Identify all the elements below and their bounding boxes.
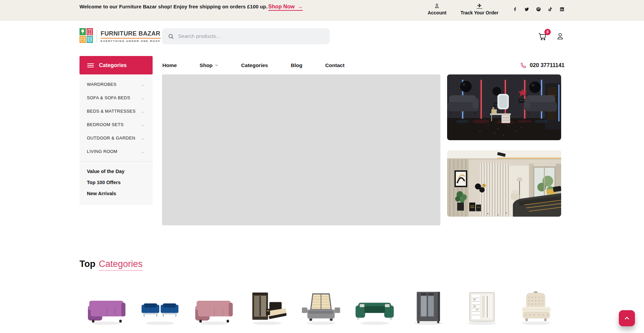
- arrow-right-icon: →: [140, 122, 145, 127]
- category-thumb-wardrobe-graphite[interactable]: [401, 285, 455, 329]
- sidebar-category-list: WARDROBES→SOFA & SOFA BEDS→BEDS & MATTRE…: [79, 74, 153, 161]
- main-content: WARDROBES→SOFA & SOFA BEDS→BEDS & MATTRE…: [0, 74, 644, 225]
- account-button[interactable]: [556, 32, 565, 41]
- logo-rule: [101, 38, 161, 39]
- category-thumb-classic-bed-cream[interactable]: [509, 285, 562, 329]
- sidebar-item-label: LIVING ROOM: [87, 149, 117, 154]
- category-thumb-bedroom-set-dark[interactable]: [240, 285, 294, 329]
- scroll-to-top-button[interactable]: [619, 310, 635, 326]
- cart-button[interactable]: 0: [538, 32, 547, 41]
- chevron-down-icon: [215, 63, 218, 67]
- section-title-accent: Categories: [99, 259, 143, 271]
- sidebar-item-label: BEDROOM SETS: [87, 122, 124, 127]
- category-thumb-corner-sofa-lilac[interactable]: [79, 285, 133, 329]
- category-thumb-u-shape-sofa-green[interactable]: [348, 285, 401, 329]
- categories-menu-button[interactable]: Categories: [79, 56, 153, 74]
- category-thumb-corner-sofa-blush[interactable]: [187, 285, 240, 329]
- track-order-label: Track Your Order: [461, 10, 498, 15]
- section-title-bold: Top: [79, 259, 95, 269]
- quick-link-top-100-offers[interactable]: Top 100 Offers: [79, 177, 153, 188]
- twitter-icon[interactable]: [524, 7, 529, 12]
- sidebar-quick-links: Value of the DayTop 100 OffersNew Arriva…: [79, 162, 153, 205]
- site-logo[interactable]: FURNITURE BAZAR EVERYTHING UNDER ONE ROO…: [79, 28, 153, 44]
- quick-link-value-of-the-day[interactable]: Value of the Day: [79, 166, 153, 177]
- hamburger-icon: [87, 63, 94, 68]
- top-bar: Welcome to our Furniture Bazar shop! Enj…: [0, 0, 644, 21]
- arrow-right-icon: →: [140, 81, 145, 87]
- facebook-icon[interactable]: [513, 7, 518, 12]
- account-label: Account: [428, 10, 446, 15]
- promo-banner-bedroom[interactable]: [447, 150, 561, 217]
- cart-count-badge: 0: [544, 29, 551, 35]
- track-order-link[interactable]: ✈ Track Your Order: [461, 3, 498, 15]
- nav-link-label: Categories: [241, 62, 268, 68]
- nav-link-label: Shop: [200, 62, 213, 68]
- search-input[interactable]: [178, 33, 324, 39]
- logo-squares-icon: [79, 28, 93, 44]
- nav-link-blog[interactable]: Blog: [291, 62, 302, 68]
- phone-link[interactable]: 020 37711141: [520, 62, 565, 68]
- logo-title: FURNITURE BAZAR: [101, 30, 161, 37]
- arrow-right-icon: →: [140, 108, 145, 114]
- nav-link-label: Blog: [291, 62, 302, 68]
- account-link[interactable]: Account: [428, 3, 446, 15]
- category-thumb-ottoman-storage-bed[interactable]: [294, 285, 348, 329]
- nav-link-shop[interactable]: Shop: [200, 62, 218, 68]
- sidebar-item-outdoor-garden[interactable]: OUTDOOR & GARDEN→: [79, 131, 153, 145]
- sidebar-item-label: BEDS & MATTRESSES: [87, 109, 136, 114]
- hero-slider-placeholder: [162, 74, 440, 225]
- welcome-message: Welcome to our Furniture Bazar shop! Enj…: [79, 0, 303, 21]
- nav-link-categories[interactable]: Categories: [241, 62, 268, 68]
- sidebar-item-beds-mattresses[interactable]: BEDS & MATTRESSES→: [79, 104, 153, 118]
- shipping-plane-icon: ✈: [477, 3, 482, 9]
- sidebar-item-label: SOFA & SOFA BEDS: [87, 95, 130, 100]
- main-header: FURNITURE BAZAR EVERYTHING UNDER ONE ROO…: [0, 21, 644, 52]
- nav-link-label: Contact: [325, 62, 344, 68]
- phone-number: 020 37711141: [530, 62, 565, 68]
- arrow-right-icon: →: [140, 149, 145, 154]
- linkedin-icon[interactable]: [559, 7, 565, 12]
- chevron-up-icon: [624, 315, 630, 322]
- top-categories-carousel: [0, 285, 644, 329]
- logo-tagline: EVERYTHING UNDER ONE ROOF: [101, 40, 161, 43]
- phone-icon: [520, 62, 526, 68]
- sidebar-item-bedroom-sets[interactable]: BEDROOM SETS→: [79, 118, 153, 131]
- sidebar-item-wardrobes[interactable]: WARDROBES→: [79, 77, 153, 91]
- quick-link-new-arrivals[interactable]: New Arrivals: [79, 188, 153, 199]
- user-icon: [556, 32, 565, 41]
- category-thumb-sofa-pair-navy[interactable]: [133, 285, 187, 329]
- arrow-right-icon: →: [140, 95, 145, 101]
- user-icon: [434, 3, 440, 9]
- arrow-right-icon: →: [298, 4, 303, 10]
- section-title: Top Categories: [79, 259, 565, 271]
- welcome-text: Welcome to our Furniture Bazar shop! Enj…: [79, 4, 268, 9]
- main-nav: HomeShopCategoriesBlogContact: [162, 62, 344, 68]
- arrow-right-icon: →: [140, 135, 145, 141]
- logo-divider: [97, 30, 97, 43]
- sidebar-item-label: OUTDOOR & GARDEN: [87, 135, 135, 141]
- sidebar-item-living-room[interactable]: LIVING ROOM→: [79, 145, 153, 158]
- nav-link-contact[interactable]: Contact: [325, 62, 344, 68]
- social-icons: [513, 3, 565, 12]
- nav-link-home[interactable]: Home: [162, 62, 177, 68]
- categories-menu-title: Categories: [99, 62, 127, 68]
- sidebar-item-label: WARDROBES: [87, 82, 116, 87]
- nav-row: Categories HomeShopCategoriesBlogContact…: [0, 56, 644, 74]
- shop-now-link[interactable]: Shop Now→: [268, 4, 303, 11]
- search-bar: [162, 28, 330, 44]
- promo-column: [447, 74, 561, 217]
- categories-sidebar: WARDROBES→SOFA & SOFA BEDS→BEDS & MATTRE…: [79, 74, 153, 205]
- sidebar-item-sofa-sofa-beds[interactable]: SOFA & SOFA BEDS→: [79, 91, 153, 104]
- nav-link-label: Home: [162, 62, 177, 68]
- tiktok-icon[interactable]: [548, 7, 553, 12]
- search-icon: [168, 33, 174, 40]
- category-thumb-wardrobe-white[interactable]: [455, 285, 509, 329]
- pinterest-icon[interactable]: [536, 7, 541, 12]
- promo-banner-neon-room[interactable]: [447, 74, 561, 140]
- top-categories-section: Top Categories: [0, 259, 644, 271]
